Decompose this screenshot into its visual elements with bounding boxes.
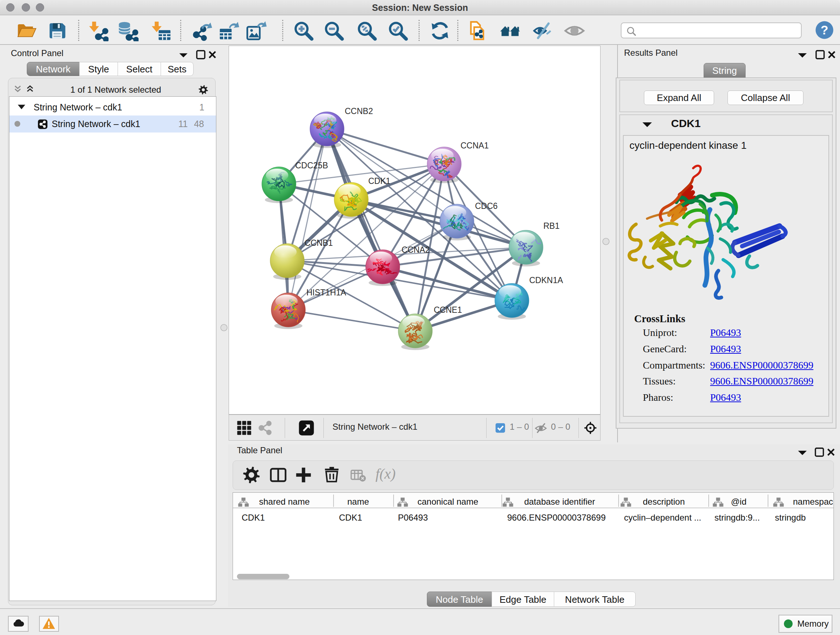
svg-text:RB1: RB1 — [543, 221, 560, 231]
svg-text:CCNB2: CCNB2 — [345, 106, 373, 116]
svg-text:CDKN1A: CDKN1A — [529, 276, 563, 285]
svg-text:CDC6: CDC6 — [475, 201, 498, 211]
svg-text:CCNB1: CCNB1 — [305, 238, 333, 248]
svg-text:?: ? — [821, 23, 828, 37]
svg-text:CCNE1: CCNE1 — [434, 305, 462, 315]
svg-text:CCNA2: CCNA2 — [401, 245, 430, 255]
svg-text:HIST1H1A: HIST1H1A — [306, 288, 347, 297]
svg-text:CCNA1: CCNA1 — [461, 141, 489, 150]
svg-text:CDK1: CDK1 — [368, 176, 390, 186]
svg-text:CDC25B: CDC25B — [295, 161, 328, 170]
